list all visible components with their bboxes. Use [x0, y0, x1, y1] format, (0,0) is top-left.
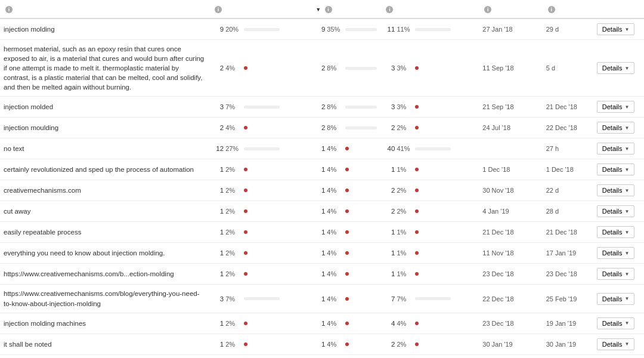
metric-dot: [244, 342, 247, 346]
first-seen-cell: 11 Nov '18: [479, 243, 542, 264]
dofollow-pct: 4%: [327, 295, 343, 303]
details-cell[interactable]: Details ▼: [593, 138, 644, 159]
referring-domains-cell: 1 2%: [209, 243, 311, 264]
details-cell[interactable]: Details ▼: [593, 313, 644, 334]
anchor-text-cell: easily repeatable process: [0, 222, 209, 243]
last-check-cell: 25 Feb '19: [543, 285, 593, 313]
dofollow-info-icon[interactable]: i: [325, 6, 332, 13]
details-button[interactable]: Details ▼: [597, 293, 635, 305]
details-button[interactable]: Details ▼: [597, 247, 635, 259]
anchor-text-cell: it shall be noted: [0, 334, 209, 354]
ref-pages-pct: 2%: [397, 187, 413, 194]
dofollow-num: 1: [314, 187, 325, 194]
last-check-cell: 26 d: [543, 354, 593, 358]
referring-domains-cell: 1 2%: [209, 264, 311, 285]
details-button[interactable]: Details ▼: [597, 317, 635, 329]
header-referring-domains[interactable]: i: [209, 0, 311, 18]
details-cell[interactable]: Details ▼: [593, 222, 644, 243]
header-dofollow[interactable]: ▼ i: [311, 0, 380, 18]
ref-pages-pct: 3%: [397, 103, 413, 110]
dofollow-num: 1: [314, 166, 325, 173]
ref-pages-num: 2: [384, 124, 395, 131]
details-button[interactable]: Details ▼: [597, 62, 635, 74]
bar-container: [244, 297, 280, 300]
details-cell[interactable]: Details ▼: [593, 18, 644, 40]
chevron-down-icon: ▼: [624, 104, 629, 110]
details-button[interactable]: Details ▼: [597, 122, 635, 134]
referring-pages-cell: 2 2%: [380, 201, 479, 222]
details-cell[interactable]: Details ▼: [593, 118, 644, 138]
last-check-cell: 19 Jan '19: [543, 313, 593, 334]
last-check-info-icon[interactable]: i: [548, 6, 555, 13]
last-check-cell: 23 Dec '18: [543, 264, 593, 285]
first-seen-cell: 23 Dec '18: [479, 264, 542, 285]
dofollow-cell: 1 4%: [311, 201, 380, 222]
first-seen-info-icon[interactable]: i: [484, 6, 491, 13]
details-button[interactable]: Details ▼: [597, 338, 635, 350]
table-row: cut away 1 2% 1 4% 2 2% 4 Jan '19 28 d: [0, 201, 644, 222]
anchor-text-value: certainly revolutionized and sped up the…: [4, 166, 194, 173]
ref-pages-num: 1: [384, 166, 395, 173]
ref-pages-num: 40: [384, 145, 395, 152]
referring-pages-info-icon[interactable]: i: [386, 6, 393, 13]
referring-domains-info-icon[interactable]: i: [215, 6, 222, 13]
metric-dot: [244, 66, 247, 70]
anchor-text-info-icon[interactable]: i: [5, 6, 13, 13]
anchor-text-cell: injection moulding: [0, 118, 209, 138]
metric-dot: [345, 297, 349, 301]
table-row: no text 12 27% 1 4% 40 41%: [0, 138, 644, 159]
metric-dot: [244, 126, 247, 129]
ref-pages-pct: 2%: [397, 208, 413, 215]
metric-dot: [415, 105, 419, 109]
ref-domains-pct: 2%: [225, 320, 242, 327]
ref-domains-num: 12: [213, 145, 224, 152]
header-last-check[interactable]: i: [543, 0, 593, 18]
details-cell[interactable]: Details ▼: [593, 264, 644, 285]
chevron-down-icon: ▼: [624, 66, 629, 71]
details-cell[interactable]: Details ▼: [593, 159, 644, 180]
referring-pages-cell: 2 2%: [380, 118, 479, 138]
metric-dot: [415, 168, 419, 171]
details-button[interactable]: Details ▼: [597, 268, 635, 280]
details-button[interactable]: Details ▼: [597, 184, 635, 196]
dofollow-cell: 2 8%: [311, 118, 380, 138]
details-cell[interactable]: Details ▼: [593, 243, 644, 264]
chevron-down-icon: ▼: [624, 296, 629, 301]
dofollow-cell: 1 4%: [311, 334, 380, 354]
details-label: Details: [602, 249, 623, 257]
details-button[interactable]: Details ▼: [597, 226, 635, 238]
bar-container: [415, 147, 451, 150]
details-button[interactable]: Details ▼: [597, 163, 635, 175]
details-button[interactable]: Details ▼: [597, 23, 635, 35]
details-label: Details: [602, 341, 623, 348]
chevron-down-icon: ▼: [624, 167, 629, 172]
dofollow-cell: 2 8%: [311, 97, 380, 118]
details-cell[interactable]: Details ▼: [593, 180, 644, 201]
details-label: Details: [602, 229, 623, 236]
referring-pages-cell: 11 11%: [380, 18, 479, 40]
chevron-down-icon: ▼: [624, 188, 629, 193]
details-cell[interactable]: Details ▼: [593, 201, 644, 222]
metric-dot: [244, 168, 247, 171]
header-referring-pages[interactable]: i: [380, 0, 479, 18]
details-cell[interactable]: Details ▼: [593, 285, 644, 313]
details-cell[interactable]: Details ▼: [593, 97, 644, 118]
details-button[interactable]: Details ▼: [597, 143, 635, 155]
metric-dot: [345, 322, 349, 325]
ref-domains-pct: 7%: [225, 103, 242, 110]
details-button[interactable]: Details ▼: [597, 205, 635, 217]
details-button[interactable]: Details ▼: [597, 101, 635, 113]
details-cell[interactable]: Details ▼: [593, 334, 644, 354]
details-cell[interactable]: Details ▼: [593, 354, 644, 358]
metric-dot: [415, 251, 419, 255]
header-anchor-text[interactable]: i: [0, 0, 209, 18]
bar-container: [345, 126, 377, 129]
metric-dot: [345, 147, 349, 150]
referring-pages-cell: 3 3%: [380, 40, 479, 97]
last-check-cell: 1 Dec '18: [543, 159, 593, 180]
details-cell[interactable]: Details ▼: [593, 40, 644, 97]
table-row: moulding process 1 2% 1 4% 1 1% 21 Jul '…: [0, 354, 644, 358]
referring-pages-cell: 40 41%: [380, 138, 479, 159]
header-first-seen[interactable]: i: [479, 0, 542, 18]
first-seen-cell: 21 Jul '17: [479, 354, 542, 358]
